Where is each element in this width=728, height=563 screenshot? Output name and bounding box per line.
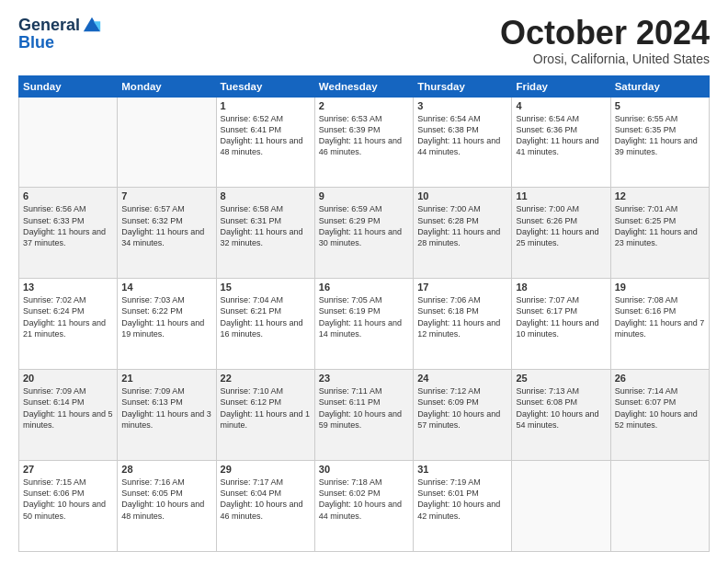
day-number: 18 xyxy=(516,282,606,293)
day-content: Sunrise: 6:55 AM Sunset: 6:35 PM Dayligh… xyxy=(615,113,705,158)
table-row: 22Sunrise: 7:10 AM Sunset: 6:12 PM Dayli… xyxy=(216,370,314,461)
table-row: 1Sunrise: 6:52 AM Sunset: 6:41 PM Daylig… xyxy=(216,97,314,188)
day-number: 26 xyxy=(615,373,705,384)
day-number: 2 xyxy=(319,100,409,111)
day-number: 31 xyxy=(417,464,507,475)
day-number: 24 xyxy=(417,373,507,384)
table-row: 23Sunrise: 7:11 AM Sunset: 6:11 PM Dayli… xyxy=(314,370,413,461)
page: General Blue October 2024 Orosi, Califor… xyxy=(0,0,728,563)
day-content: Sunrise: 7:19 AM Sunset: 6:01 PM Dayligh… xyxy=(417,477,507,522)
day-content: Sunrise: 7:11 AM Sunset: 6:11 PM Dayligh… xyxy=(319,385,409,431)
table-row: 10Sunrise: 7:00 AM Sunset: 6:28 PM Dayli… xyxy=(414,188,512,279)
col-wednesday: Wednesday xyxy=(314,75,413,97)
day-number: 5 xyxy=(615,100,705,111)
day-number: 4 xyxy=(516,100,606,111)
day-number: 22 xyxy=(221,373,311,384)
table-row: 13Sunrise: 7:02 AM Sunset: 6:24 PM Dayli… xyxy=(19,279,118,370)
table-row: 27Sunrise: 7:15 AM Sunset: 6:06 PM Dayli… xyxy=(19,461,118,552)
logo-blue-text: Blue xyxy=(18,33,54,52)
day-content: Sunrise: 6:56 AM Sunset: 6:33 PM Dayligh… xyxy=(23,203,113,248)
logo-text: General xyxy=(18,15,102,35)
day-number: 11 xyxy=(516,190,606,201)
day-content: Sunrise: 6:52 AM Sunset: 6:41 PM Dayligh… xyxy=(221,113,311,158)
day-content: Sunrise: 7:04 AM Sunset: 6:21 PM Dayligh… xyxy=(221,294,311,339)
table-row: 14Sunrise: 7:03 AM Sunset: 6:22 PM Dayli… xyxy=(118,279,216,370)
header: General Blue October 2024 Orosi, Califor… xyxy=(18,15,710,66)
logo-icon xyxy=(82,15,102,35)
day-content: Sunrise: 7:05 AM Sunset: 6:19 PM Dayligh… xyxy=(319,294,409,339)
day-content: Sunrise: 6:59 AM Sunset: 6:29 PM Dayligh… xyxy=(319,203,409,248)
col-monday: Monday xyxy=(118,75,216,97)
table-row: 31Sunrise: 7:19 AM Sunset: 6:01 PM Dayli… xyxy=(414,461,512,552)
col-thursday: Thursday xyxy=(414,75,512,97)
table-row: 4Sunrise: 6:54 AM Sunset: 6:36 PM Daylig… xyxy=(512,97,610,188)
month-title: October 2024 xyxy=(500,15,710,52)
table-row xyxy=(512,461,610,552)
day-content: Sunrise: 7:09 AM Sunset: 6:13 PM Dayligh… xyxy=(121,385,211,431)
table-row xyxy=(19,97,118,188)
logo: General Blue xyxy=(18,15,102,52)
table-row: 28Sunrise: 7:16 AM Sunset: 6:05 PM Dayli… xyxy=(118,461,216,552)
table-row: 5Sunrise: 6:55 AM Sunset: 6:35 PM Daylig… xyxy=(610,97,709,188)
table-row xyxy=(118,97,216,188)
table-row: 24Sunrise: 7:12 AM Sunset: 6:09 PM Dayli… xyxy=(414,370,512,461)
day-content: Sunrise: 7:07 AM Sunset: 6:17 PM Dayligh… xyxy=(516,294,606,339)
day-number: 25 xyxy=(516,373,606,384)
table-row: 19Sunrise: 7:08 AM Sunset: 6:16 PM Dayli… xyxy=(610,279,709,370)
table-row: 15Sunrise: 7:04 AM Sunset: 6:21 PM Dayli… xyxy=(216,279,314,370)
table-row: 26Sunrise: 7:14 AM Sunset: 6:07 PM Dayli… xyxy=(610,370,709,461)
calendar-header-row: Sunday Monday Tuesday Wednesday Thursday… xyxy=(19,75,710,97)
table-row: 17Sunrise: 7:06 AM Sunset: 6:18 PM Dayli… xyxy=(414,279,512,370)
calendar-week-row: 13Sunrise: 7:02 AM Sunset: 6:24 PM Dayli… xyxy=(19,279,710,370)
day-number: 27 xyxy=(23,464,113,475)
table-row: 18Sunrise: 7:07 AM Sunset: 6:17 PM Dayli… xyxy=(512,279,610,370)
calendar-week-row: 27Sunrise: 7:15 AM Sunset: 6:06 PM Dayli… xyxy=(19,461,710,552)
table-row: 11Sunrise: 7:00 AM Sunset: 6:26 PM Dayli… xyxy=(512,188,610,279)
day-number: 29 xyxy=(221,464,311,475)
day-number: 28 xyxy=(121,464,211,475)
day-number: 17 xyxy=(417,282,507,293)
table-row: 2Sunrise: 6:53 AM Sunset: 6:39 PM Daylig… xyxy=(314,97,413,188)
day-content: Sunrise: 7:15 AM Sunset: 6:06 PM Dayligh… xyxy=(23,477,113,522)
calendar-week-row: 6Sunrise: 6:56 AM Sunset: 6:33 PM Daylig… xyxy=(19,188,710,279)
table-row: 16Sunrise: 7:05 AM Sunset: 6:19 PM Dayli… xyxy=(314,279,413,370)
day-number: 12 xyxy=(615,190,705,201)
day-number: 7 xyxy=(121,190,211,201)
day-content: Sunrise: 7:06 AM Sunset: 6:18 PM Dayligh… xyxy=(417,294,507,339)
col-tuesday: Tuesday xyxy=(216,75,314,97)
day-number: 21 xyxy=(121,373,211,384)
day-content: Sunrise: 6:53 AM Sunset: 6:39 PM Dayligh… xyxy=(319,113,409,158)
day-number: 9 xyxy=(319,190,409,201)
day-content: Sunrise: 7:18 AM Sunset: 6:02 PM Dayligh… xyxy=(319,477,409,522)
day-number: 8 xyxy=(221,190,311,201)
day-number: 10 xyxy=(417,190,507,201)
day-number: 16 xyxy=(319,282,409,293)
calendar-week-row: 1Sunrise: 6:52 AM Sunset: 6:41 PM Daylig… xyxy=(19,97,710,188)
day-number: 13 xyxy=(23,282,113,293)
logo-general: General xyxy=(18,17,80,33)
day-content: Sunrise: 7:13 AM Sunset: 6:08 PM Dayligh… xyxy=(516,385,606,431)
day-number: 20 xyxy=(23,373,113,384)
day-number: 30 xyxy=(319,464,409,475)
table-row: 12Sunrise: 7:01 AM Sunset: 6:25 PM Dayli… xyxy=(610,188,709,279)
table-row: 6Sunrise: 6:56 AM Sunset: 6:33 PM Daylig… xyxy=(19,188,118,279)
table-row: 29Sunrise: 7:17 AM Sunset: 6:04 PM Dayli… xyxy=(216,461,314,552)
table-row xyxy=(610,461,709,552)
day-number: 23 xyxy=(319,373,409,384)
day-content: Sunrise: 7:00 AM Sunset: 6:26 PM Dayligh… xyxy=(516,203,606,248)
day-content: Sunrise: 7:02 AM Sunset: 6:24 PM Dayligh… xyxy=(23,294,113,339)
table-row: 3Sunrise: 6:54 AM Sunset: 6:38 PM Daylig… xyxy=(414,97,512,188)
day-content: Sunrise: 7:10 AM Sunset: 6:12 PM Dayligh… xyxy=(221,385,311,431)
day-content: Sunrise: 7:08 AM Sunset: 6:16 PM Dayligh… xyxy=(615,294,705,339)
day-content: Sunrise: 7:16 AM Sunset: 6:05 PM Dayligh… xyxy=(121,477,211,522)
table-row: 21Sunrise: 7:09 AM Sunset: 6:13 PM Dayli… xyxy=(118,370,216,461)
table-row: 30Sunrise: 7:18 AM Sunset: 6:02 PM Dayli… xyxy=(314,461,413,552)
table-row: 9Sunrise: 6:59 AM Sunset: 6:29 PM Daylig… xyxy=(314,188,413,279)
day-content: Sunrise: 6:58 AM Sunset: 6:31 PM Dayligh… xyxy=(221,203,311,248)
col-sunday: Sunday xyxy=(19,75,118,97)
day-content: Sunrise: 7:12 AM Sunset: 6:09 PM Dayligh… xyxy=(417,385,507,431)
day-content: Sunrise: 6:54 AM Sunset: 6:36 PM Dayligh… xyxy=(516,113,606,158)
title-block: October 2024 Orosi, California, United S… xyxy=(500,15,710,66)
day-number: 1 xyxy=(221,100,311,111)
day-number: 14 xyxy=(121,282,211,293)
